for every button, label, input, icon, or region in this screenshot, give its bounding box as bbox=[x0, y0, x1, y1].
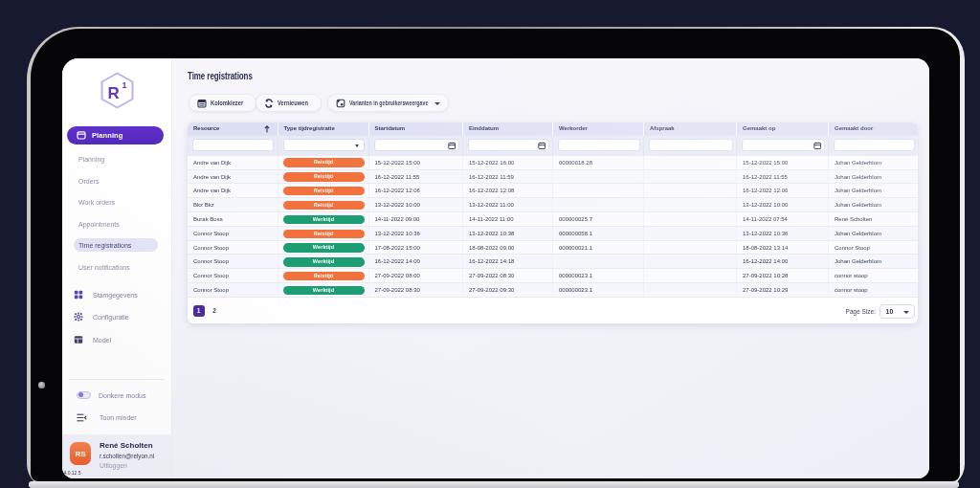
svg-text:R: R bbox=[108, 84, 120, 102]
svg-text:1: 1 bbox=[122, 80, 127, 90]
